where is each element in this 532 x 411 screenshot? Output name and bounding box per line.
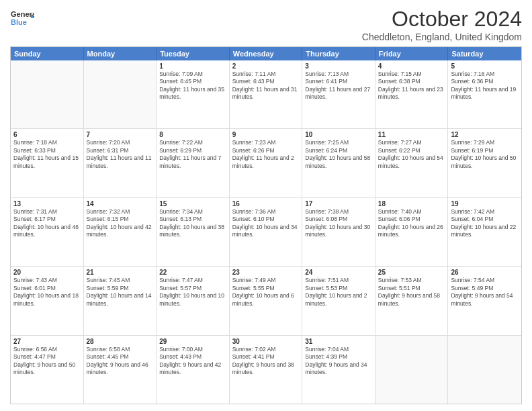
cell-content-2-4: Sunrise: 7:38 AM Sunset: 6:08 PM Dayligh…: [305, 208, 372, 239]
calendar-cell-2-3: 16Sunrise: 7:36 AM Sunset: 6:10 PM Dayli…: [230, 198, 303, 266]
calendar-cell-3-3: 23Sunrise: 7:49 AM Sunset: 5:55 PM Dayli…: [230, 267, 303, 334]
cell-content-0-6: Sunrise: 7:16 AM Sunset: 6:36 PM Dayligh…: [451, 71, 519, 101]
day-number-9: 9: [232, 131, 300, 138]
day-number-12: 12: [451, 131, 519, 138]
day-number-28: 28: [87, 338, 154, 345]
cell-content-1-1: Sunrise: 7:20 AM Sunset: 6:31 PM Dayligh…: [87, 139, 154, 170]
day-number-17: 17: [305, 200, 372, 208]
cell-content-4-0: Sunrise: 6:56 AM Sunset: 4:47 PM Dayligh…: [13, 346, 81, 377]
calendar-cell-3-4: 24Sunrise: 7:51 AM Sunset: 5:53 PM Dayli…: [302, 267, 375, 334]
calendar-cell-1-3: 9Sunrise: 7:23 AM Sunset: 6:26 PM Daylig…: [230, 129, 303, 197]
cell-content-0-2: Sunrise: 7:09 AM Sunset: 6:45 PM Dayligh…: [159, 71, 226, 101]
day-number-26: 26: [451, 269, 519, 276]
day-number-1: 1: [159, 62, 226, 70]
calendar-cell-1-6: 12Sunrise: 7:29 AM Sunset: 6:19 PM Dayli…: [448, 129, 521, 197]
cell-content-4-1: Sunrise: 6:58 AM Sunset: 4:45 PM Dayligh…: [87, 346, 154, 377]
cell-content-1-2: Sunrise: 7:22 AM Sunset: 6:29 PM Dayligh…: [159, 139, 226, 170]
cell-content-2-6: Sunrise: 7:42 AM Sunset: 6:04 PM Dayligh…: [451, 208, 519, 239]
logo-svg: General Blue: [10, 7, 34, 31]
day-number-22: 22: [159, 269, 226, 276]
svg-text:General: General: [11, 10, 34, 18]
calendar-cell-3-1: 21Sunrise: 7:45 AM Sunset: 5:59 PM Dayli…: [84, 267, 157, 334]
calendar-cell-4-1: 28Sunrise: 6:58 AM Sunset: 4:45 PM Dayli…: [84, 336, 157, 404]
cell-content-3-6: Sunrise: 7:54 AM Sunset: 5:49 PM Dayligh…: [451, 277, 519, 308]
day-number-3: 3: [305, 62, 372, 70]
calendar-row-0: 1Sunrise: 7:09 AM Sunset: 6:45 PM Daylig…: [11, 60, 521, 129]
day-number-25: 25: [378, 269, 445, 276]
calendar-cell-3-6: 26Sunrise: 7:54 AM Sunset: 5:49 PM Dayli…: [448, 267, 521, 334]
logo: General Blue: [10, 7, 34, 31]
calendar-row-4: 27Sunrise: 6:56 AM Sunset: 4:47 PM Dayli…: [11, 336, 521, 404]
calendar-cell-4-6: [448, 336, 521, 404]
calendar: Sunday Monday Tuesday Wednesday Thursday…: [10, 46, 522, 404]
calendar-cell-3-2: 22Sunrise: 7:47 AM Sunset: 5:57 PM Dayli…: [157, 267, 230, 334]
cell-content-4-4: Sunrise: 7:04 AM Sunset: 4:39 PM Dayligh…: [305, 346, 372, 377]
cell-content-1-0: Sunrise: 7:18 AM Sunset: 6:33 PM Dayligh…: [13, 139, 81, 170]
calendar-cell-1-4: 10Sunrise: 7:25 AM Sunset: 6:24 PM Dayli…: [302, 129, 375, 197]
day-number-24: 24: [305, 269, 372, 276]
cell-content-4-2: Sunrise: 7:00 AM Sunset: 4:43 PM Dayligh…: [159, 346, 226, 377]
cell-content-1-6: Sunrise: 7:29 AM Sunset: 6:19 PM Dayligh…: [451, 139, 519, 170]
cell-content-3-0: Sunrise: 7:43 AM Sunset: 6:01 PM Dayligh…: [13, 277, 81, 308]
day-number-30: 30: [232, 338, 300, 345]
day-number-7: 7: [87, 131, 154, 138]
calendar-cell-4-5: [375, 336, 449, 404]
day-number-29: 29: [159, 338, 226, 345]
location: Cheddleton, England, United Kingdom: [362, 32, 522, 42]
day-number-20: 20: [13, 269, 81, 276]
calendar-cell-1-2: 8Sunrise: 7:22 AM Sunset: 6:29 PM Daylig…: [157, 129, 230, 197]
calendar-cell-4-4: 31Sunrise: 7:04 AM Sunset: 4:39 PM Dayli…: [302, 336, 375, 404]
header-saturday: Saturday: [448, 47, 521, 60]
day-number-21: 21: [87, 269, 154, 276]
calendar-cell-0-2: 1Sunrise: 7:09 AM Sunset: 6:45 PM Daylig…: [157, 60, 230, 128]
day-number-18: 18: [378, 200, 445, 208]
day-number-11: 11: [378, 131, 445, 138]
cell-content-3-3: Sunrise: 7:49 AM Sunset: 5:55 PM Dayligh…: [232, 277, 300, 308]
day-number-15: 15: [159, 200, 226, 208]
cell-content-2-3: Sunrise: 7:36 AM Sunset: 6:10 PM Dayligh…: [232, 208, 300, 239]
cell-content-2-5: Sunrise: 7:40 AM Sunset: 6:06 PM Dayligh…: [378, 208, 445, 239]
cell-content-3-2: Sunrise: 7:47 AM Sunset: 5:57 PM Dayligh…: [159, 277, 226, 308]
title-block: October 2024 Cheddleton, England, United…: [362, 7, 522, 42]
cell-content-0-3: Sunrise: 7:11 AM Sunset: 6:43 PM Dayligh…: [232, 71, 300, 101]
day-number-4: 4: [378, 62, 445, 70]
calendar-cell-1-0: 6Sunrise: 7:18 AM Sunset: 6:33 PM Daylig…: [11, 129, 84, 197]
calendar-cell-4-2: 29Sunrise: 7:00 AM Sunset: 4:43 PM Dayli…: [157, 336, 230, 404]
cell-content-0-4: Sunrise: 7:13 AM Sunset: 6:41 PM Dayligh…: [305, 71, 372, 101]
cell-content-4-3: Sunrise: 7:02 AM Sunset: 4:41 PM Dayligh…: [232, 346, 300, 377]
cell-content-1-5: Sunrise: 7:27 AM Sunset: 6:22 PM Dayligh…: [378, 139, 445, 170]
cell-content-1-3: Sunrise: 7:23 AM Sunset: 6:26 PM Dayligh…: [232, 139, 300, 170]
cell-content-3-1: Sunrise: 7:45 AM Sunset: 5:59 PM Dayligh…: [87, 277, 154, 308]
calendar-cell-4-3: 30Sunrise: 7:02 AM Sunset: 4:41 PM Dayli…: [230, 336, 303, 404]
header-thursday: Thursday: [302, 47, 375, 60]
day-number-14: 14: [87, 200, 154, 208]
cell-content-3-4: Sunrise: 7:51 AM Sunset: 5:53 PM Dayligh…: [305, 277, 372, 308]
calendar-page: General Blue October 2024 Cheddleton, En…: [0, 0, 532, 411]
header-sunday: Sunday: [11, 47, 84, 60]
day-number-2: 2: [232, 62, 300, 70]
calendar-cell-0-5: 4Sunrise: 7:15 AM Sunset: 6:38 PM Daylig…: [375, 60, 449, 128]
calendar-cell-2-2: 15Sunrise: 7:34 AM Sunset: 6:13 PM Dayli…: [157, 198, 230, 266]
calendar-cell-4-0: 27Sunrise: 6:56 AM Sunset: 4:47 PM Dayli…: [11, 336, 84, 404]
month-title: October 2024: [362, 7, 522, 32]
calendar-cell-2-5: 18Sunrise: 7:40 AM Sunset: 6:06 PM Dayli…: [375, 198, 449, 266]
calendar-row-1: 6Sunrise: 7:18 AM Sunset: 6:33 PM Daylig…: [11, 129, 521, 197]
cell-content-2-0: Sunrise: 7:31 AM Sunset: 6:17 PM Dayligh…: [13, 208, 81, 239]
calendar-cell-1-5: 11Sunrise: 7:27 AM Sunset: 6:22 PM Dayli…: [375, 129, 449, 197]
calendar-row-2: 13Sunrise: 7:31 AM Sunset: 6:17 PM Dayli…: [11, 198, 521, 267]
calendar-row-3: 20Sunrise: 7:43 AM Sunset: 6:01 PM Dayli…: [11, 267, 521, 335]
cell-content-1-4: Sunrise: 7:25 AM Sunset: 6:24 PM Dayligh…: [305, 139, 372, 170]
day-number-8: 8: [159, 131, 226, 138]
header-wednesday: Wednesday: [230, 47, 303, 60]
calendar-cell-0-4: 3Sunrise: 7:13 AM Sunset: 6:41 PM Daylig…: [302, 60, 375, 128]
calendar-cell-3-5: 25Sunrise: 7:53 AM Sunset: 5:51 PM Dayli…: [375, 267, 449, 334]
day-number-10: 10: [305, 131, 372, 138]
calendar-cell-2-0: 13Sunrise: 7:31 AM Sunset: 6:17 PM Dayli…: [11, 198, 84, 266]
calendar-cell-1-1: 7Sunrise: 7:20 AM Sunset: 6:31 PM Daylig…: [84, 129, 157, 197]
day-number-23: 23: [232, 269, 300, 276]
day-number-5: 5: [451, 62, 519, 70]
calendar-cell-0-6: 5Sunrise: 7:16 AM Sunset: 6:36 PM Daylig…: [448, 60, 521, 128]
day-number-16: 16: [232, 200, 300, 208]
cell-content-2-2: Sunrise: 7:34 AM Sunset: 6:13 PM Dayligh…: [159, 208, 226, 239]
cell-content-0-5: Sunrise: 7:15 AM Sunset: 6:38 PM Dayligh…: [378, 71, 445, 101]
